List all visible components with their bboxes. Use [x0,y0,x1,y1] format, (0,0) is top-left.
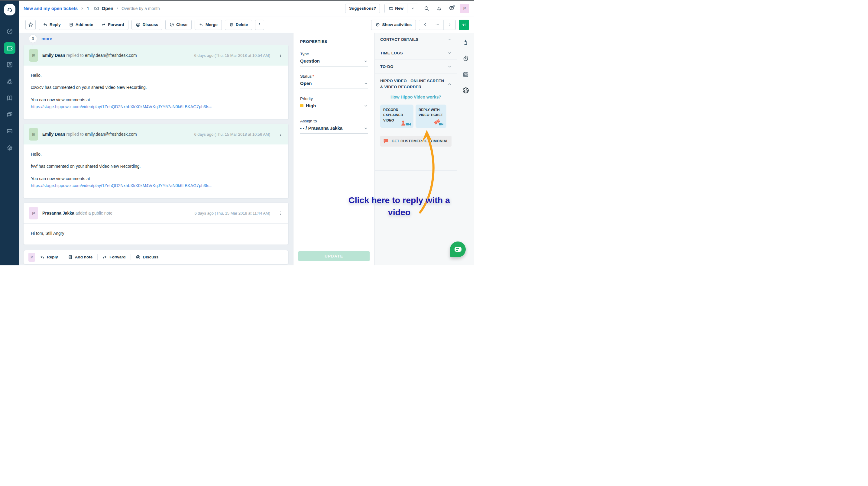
whats-new-icon[interactable] [447,4,456,12]
reply-with-video-ticket-card[interactable]: REPLY WITH VIDEO TICKET [415,104,446,128]
timestamp: 6 days ago (Thu, 15 Mar 2018 at 10:56 AM… [194,132,270,136]
suggestions-button[interactable]: Suggestions? [345,4,380,13]
collapsed-messages-row: 3 more [23,33,289,45]
close-button[interactable]: Close [166,20,191,30]
forward-button[interactable]: Forward [102,255,125,259]
notifications-bell-icon[interactable] [435,4,443,12]
sidebar-item-admin[interactable] [4,142,16,154]
delete-button[interactable]: Delete [225,20,252,30]
show-activities-group: Show activities [371,20,416,30]
ticket-toolbar: Reply Add note Forward Discuss [19,17,474,32]
reply-button[interactable]: Reply [39,20,65,30]
conversation-thread: 3 more E Emily Dean replied to emily.dea… [23,33,289,265]
breadcrumb-chevron-icon [81,7,84,10]
show-more-link[interactable]: more [41,36,52,41]
star-button[interactable] [25,20,36,30]
kebab-icon [257,23,262,27]
expand-right-icon [462,22,466,27]
add-note-button[interactable]: Add note [65,20,97,30]
type-field: Type Question [300,52,368,66]
sidebar-item-analytics[interactable] [4,125,16,137]
kebab-icon [278,132,283,136]
video-link[interactable]: https://stage.hippowiz.com/video/play/1Z… [31,104,212,109]
close-group: Close [165,20,192,30]
priority-select[interactable]: High [300,101,368,111]
sidebar-item-tickets[interactable] [4,42,16,54]
discuss-button[interactable]: Discuss [136,255,159,260]
topbar: New and my open tickets 1 Open Overdue b… [19,0,474,17]
sidebar-item-forums[interactable] [4,109,16,120]
message-menu-button[interactable] [277,52,283,58]
chevron-down-icon [364,59,368,63]
collapsed-count-badge[interactable]: 3 [29,34,37,43]
discuss-icon [136,22,141,27]
discuss-button[interactable]: Discuss [132,20,162,30]
breadcrumb-ticket-list-link[interactable]: New and my open tickets [24,6,78,11]
discuss-group: Discuss [131,20,163,30]
todo-calendar-icon[interactable] [462,71,469,78]
video-link[interactable]: https://stage.hippowiz.com/video/play/1Z… [31,183,212,188]
chevron-up-icon [447,82,452,86]
section-divider [375,171,457,171]
record-explainer-video-card[interactable]: RECORD EXPLAINER VIDEO [380,104,413,128]
delete-group: Delete [225,20,252,30]
reply-button[interactable]: Reply [40,255,58,259]
message-header: E Emily Dean replied to emily.dean@fresh… [24,124,288,145]
sender-name[interactable]: Emily Dean [42,53,65,58]
merge-button[interactable]: Merge [195,20,221,30]
time-logs-stopwatch-icon[interactable] [462,55,469,62]
assign-label: Assign to [300,119,317,123]
merge-icon [199,22,204,27]
sidebar [0,0,19,265]
required-asterisk: * [312,74,314,79]
note-icon [69,22,73,27]
contact-details-section[interactable]: CONTACT DETAILS [375,33,457,46]
how-hippo-works-link[interactable]: How Hippo Video works? [380,95,452,99]
chat-widget-button[interactable] [450,242,466,257]
sidebar-item-solutions[interactable] [4,92,16,104]
new-ticket-dropdown[interactable] [407,4,418,13]
collapse-panel-button[interactable] [459,20,469,30]
show-activities-button[interactable]: Show activities [371,20,415,30]
freshdesk-logo-icon[interactable] [4,4,16,16]
forward-button[interactable]: Forward [97,20,128,30]
reply-icon [40,255,44,259]
priority-field: Priority High [300,96,368,111]
user-avatar[interactable]: P [460,4,469,13]
hippo-section-header[interactable]: HIPPO VIDEO - ONLINE SCREEN & VIDEO RECO… [380,78,452,90]
ticket-pager-menu-button[interactable] [431,20,443,30]
sidebar-item-dashboard[interactable] [4,26,16,37]
message-menu-button[interactable] [277,210,283,216]
body-line: You can now view comments at [31,97,281,103]
add-note-button[interactable]: Add note [68,255,93,259]
person-video-icon [400,120,412,126]
sidebar-item-contacts[interactable] [4,59,16,70]
contact-info-icon[interactable] [462,39,469,46]
notification-dot [453,5,455,7]
status-select[interactable]: Open [300,79,368,89]
status-field: Status* Open [300,74,368,89]
assign-select[interactable]: - - / Prasanna Jakka [300,123,368,133]
message-card: E Emily Dean replied to emily.dean@fresh… [23,124,289,199]
update-button[interactable]: UPDATE [298,251,370,261]
ticket-video-icon [433,119,444,126]
message-body: Hello, fvvf has commented on your shared… [24,145,288,198]
message-menu-button[interactable] [277,131,283,137]
todo-section[interactable]: TO-DO [375,60,457,73]
more-actions-button[interactable] [255,20,264,30]
sidebar-item-customers[interactable] [4,75,16,87]
overdue-text: Overdue by a month [122,6,160,11]
new-ticket-button[interactable]: New [385,4,407,13]
next-ticket-button[interactable] [443,20,456,30]
sender-name[interactable]: Emily Dean [42,132,65,136]
activity-clock-icon [375,22,380,27]
get-customer-testimonial-button[interactable]: GET CUSTOMER TESTIMONIAL [380,136,452,147]
search-icon[interactable] [423,4,431,12]
reply-icon [43,22,48,27]
time-logs-section[interactable]: TIME LOGS [375,46,457,60]
previous-ticket-button[interactable] [419,20,431,30]
sender-name[interactable]: Prasanna Jakka [42,211,74,215]
type-select[interactable]: Question [300,56,368,66]
message-body: Hi tom, Still Angry [24,224,288,244]
hippo-video-icon[interactable] [462,87,469,94]
